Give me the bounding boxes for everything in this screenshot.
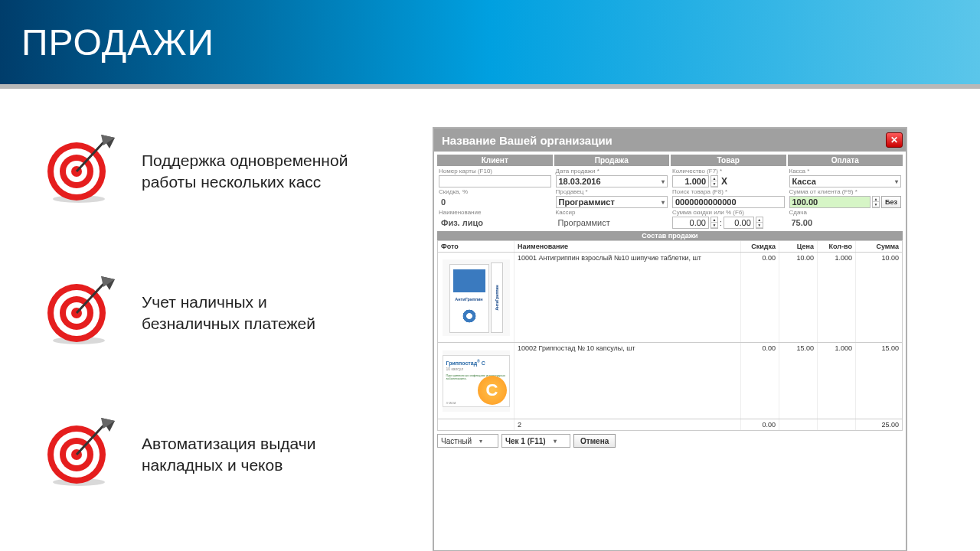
feature-text: Учет наличных и безналичных платежей [142, 269, 364, 335]
discount-pct-input[interactable]: 0.00 [724, 217, 754, 229]
feature-list: Поддержка одновременной работы нескольки… [42, 127, 364, 551]
label-change: Сдача [789, 210, 902, 216]
close-button[interactable]: ✕ [886, 132, 903, 148]
content-area: Поддержка одновременной работы нескольки… [0, 89, 980, 551]
col-name: Наименование [514, 241, 741, 252]
col-sum: Сумма [856, 241, 902, 252]
client-name-value: Физ. лицо [439, 217, 551, 229]
label-from-client: Сумма от клиента (F9) * [789, 189, 902, 195]
feature-item: Учет наличных и безналичных платежей [42, 269, 364, 345]
panel-header-sale: Продажа [554, 155, 670, 166]
from-client-input[interactable]: 100.00 [789, 196, 871, 208]
cell-qty: 1.000 [818, 253, 856, 342]
label-seller: Продавец * [556, 189, 668, 195]
label-cash-register: Касса * [789, 168, 902, 174]
product-image [443, 259, 510, 336]
multiply-label: X [720, 176, 729, 187]
label-card-number: Номер карты (F10) [439, 168, 551, 174]
items-table: Фото Наименование Скидка Цена Кол-во Сум… [437, 240, 903, 431]
total-sum: 25.00 [856, 419, 902, 430]
chevron-down-icon: ▾ [895, 178, 898, 185]
page-header: ПРОДАЖИ [0, 0, 980, 84]
product-search-input[interactable]: 0000000000000 [672, 196, 785, 208]
discount-spinner-2[interactable]: ▲▼ [756, 217, 763, 229]
window-titlebar: Название Вашей организации ✕ [434, 129, 906, 152]
feature-item: Поддержка одновременной работы нескольки… [42, 127, 364, 204]
discount-spinner-1[interactable]: ▲▼ [710, 217, 718, 229]
sale-type-select[interactable]: Частный▾ [437, 434, 498, 448]
target-icon [42, 269, 119, 345]
discount-pct-value: 0 [439, 196, 551, 208]
target-icon [42, 410, 119, 487]
label-cashier: Кассир [556, 210, 668, 216]
table-header-row: Фото Наименование Скидка Цена Кол-во Сум… [437, 240, 903, 253]
chevron-down-icon: ▾ [554, 438, 557, 445]
panel-header-product: Товар [671, 155, 786, 166]
quantity-input[interactable]: 1.000 [672, 175, 709, 187]
label-client-name: Наименование [439, 210, 551, 216]
seller-select[interactable]: Программист▾ [556, 196, 668, 208]
cell-discount: 0.00 [741, 343, 779, 419]
chevron-down-icon: ▾ [662, 178, 665, 185]
cell-discount: 0.00 [741, 253, 779, 342]
cashier-value: Программист [556, 217, 668, 229]
cell-price: 15.00 [779, 343, 818, 419]
card-number-input[interactable] [439, 175, 551, 187]
bottom-bar: Частный▾ Чек 1 (F11)▾ Отмена [434, 431, 906, 451]
feature-text: Поддержка одновременной работы нескольки… [142, 127, 364, 194]
label-product-search: Поиск товара (F8) * [672, 189, 785, 195]
discount-amount-input[interactable]: 0.00 [672, 217, 709, 229]
cancel-button[interactable]: Отмена [573, 434, 616, 448]
quantity-spinner[interactable]: ▲▼ [710, 175, 718, 187]
target-icon [42, 127, 119, 204]
composition-header: Состав продажи [437, 231, 903, 240]
table-row[interactable]: Гриппостад® С 10 капсул При гриппозных и… [437, 343, 903, 419]
feature-item: Автоматизация выдачи накладных и чеков [42, 410, 364, 487]
col-qty: Кол-во [818, 241, 856, 252]
cell-sum: 15.00 [856, 343, 902, 419]
col-discount: Скидка [741, 241, 779, 252]
col-price: Цена [779, 241, 818, 252]
table-row[interactable]: 10001 Антигриппин взрослый №10 шипучие т… [437, 253, 903, 343]
page-title: ПРОДАЖИ [21, 21, 214, 64]
cell-name: 10001 Антигриппин взрослый №10 шипучие т… [514, 253, 741, 342]
panel-headers: Клиент Продажа Товар Оплата [434, 152, 906, 168]
label-discount-amount: Сумма скидки или % (F6) [672, 210, 785, 216]
cell-name: 10002 Гриппостад № 10 капсулы, шт [514, 343, 741, 419]
total-discount: 0.00 [741, 419, 779, 430]
panel-header-client: Клиент [437, 155, 553, 166]
panel-header-payment: Оплата [788, 155, 903, 166]
sale-date-input[interactable]: 18.03.2016▾ [556, 175, 668, 187]
chevron-down-icon: ▾ [479, 438, 482, 445]
cashless-button[interactable]: Без [881, 196, 901, 208]
label-quantity: Количество (F7) * [672, 168, 785, 174]
close-icon: ✕ [890, 135, 898, 145]
from-client-spinner[interactable]: ▲▼ [872, 196, 880, 208]
col-photo: Фото [438, 241, 514, 252]
cell-qty: 1.000 [818, 343, 856, 419]
totals-row: 2 0.00 25.00 [437, 419, 903, 431]
change-value: 75.00 [789, 217, 902, 229]
pos-window: Название Вашей организации ✕ Клиент Прод… [433, 127, 907, 551]
label-discount-pct: Скидка, % [439, 189, 551, 195]
window-title: Название Вашей организации [442, 134, 612, 147]
cell-price: 10.00 [779, 253, 818, 342]
total-count: 2 [514, 419, 741, 430]
cash-register-select[interactable]: Касса▾ [789, 175, 902, 187]
chevron-down-icon: ▾ [662, 199, 665, 206]
receipt-select[interactable]: Чек 1 (F11)▾ [501, 434, 570, 448]
feature-text: Автоматизация выдачи накладных и чеков [142, 410, 364, 477]
label-sale-date: Дата продажи * [556, 168, 668, 174]
product-image: Гриппостад® С 10 капсул При гриппозных и… [443, 350, 510, 412]
cell-sum: 10.00 [856, 253, 902, 342]
